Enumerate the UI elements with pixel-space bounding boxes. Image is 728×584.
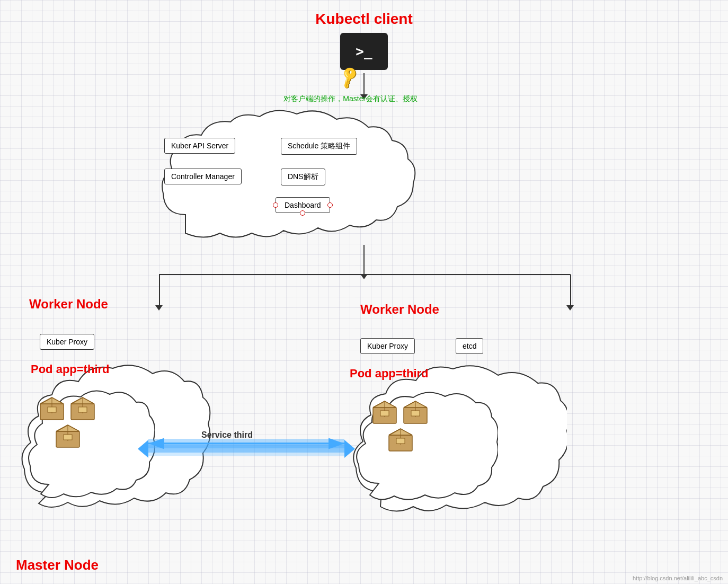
dashboard-container: Dashboard <box>276 197 330 213</box>
package-icon <box>69 396 96 421</box>
svg-rect-14 <box>64 435 72 440</box>
connector-right <box>327 202 333 208</box>
auth-text: 对客户端的操作，Master会有认证、授权 <box>283 94 418 104</box>
connector-bottom <box>300 210 305 216</box>
package-icon <box>38 396 66 421</box>
svg-rect-24 <box>411 411 420 416</box>
svg-rect-37 <box>148 445 344 453</box>
kuber-api-server-box: Kuber API Server <box>164 138 235 154</box>
package-icon <box>54 424 82 448</box>
svg-rect-9 <box>78 407 87 412</box>
schedule-box: Schedule 策略组件 <box>281 138 357 155</box>
kuber-proxy-box-left: Kuber Proxy <box>40 334 94 350</box>
arrow-head-worker-right <box>566 305 574 311</box>
svg-marker-34 <box>138 440 148 458</box>
controller-manager-box: Controller Manager <box>164 169 242 184</box>
footer-url: http://blog.csdn.net/alilili_abc_csdn <box>633 575 723 581</box>
vdrop-left <box>159 275 160 307</box>
pod-label-left: Pod app=third <box>31 362 110 376</box>
master-node-label: Master Node <box>16 557 99 573</box>
terminal-symbol: >_ <box>356 43 372 59</box>
terminal-icon: >_ <box>340 33 388 70</box>
package-icon <box>371 400 398 424</box>
kuber-proxy-box-right: Kuber Proxy <box>360 338 415 354</box>
dashboard-box: Dashboard <box>276 197 330 213</box>
pod-label-right: Pod app=third <box>350 367 429 381</box>
worker-node-label-left: Worker Node <box>29 297 108 312</box>
arrow-line <box>363 73 365 94</box>
worker-node-label-right: Worker Node <box>360 302 439 317</box>
package-group-right <box>371 400 456 452</box>
svg-marker-35 <box>344 440 355 458</box>
kubectl-title: Kubectl client <box>315 11 413 28</box>
branch-line-left <box>159 274 366 275</box>
svg-rect-19 <box>380 411 389 416</box>
package-icon <box>387 428 414 452</box>
package-group-left <box>38 396 123 448</box>
dashboard-label: Dashboard <box>285 201 321 209</box>
vdrop-right <box>570 275 571 307</box>
etcd-box: etcd <box>456 338 483 354</box>
arrow-line-mid <box>363 245 365 274</box>
connector-left <box>273 202 278 208</box>
branch-line-right <box>364 274 571 275</box>
svg-rect-29 <box>396 438 405 444</box>
arrow-head-worker-left <box>155 305 163 311</box>
service-arrow-svg <box>138 436 355 462</box>
svg-rect-4 <box>48 407 56 412</box>
package-icon <box>402 400 429 424</box>
dns-box: DNS解析 <box>281 169 325 185</box>
